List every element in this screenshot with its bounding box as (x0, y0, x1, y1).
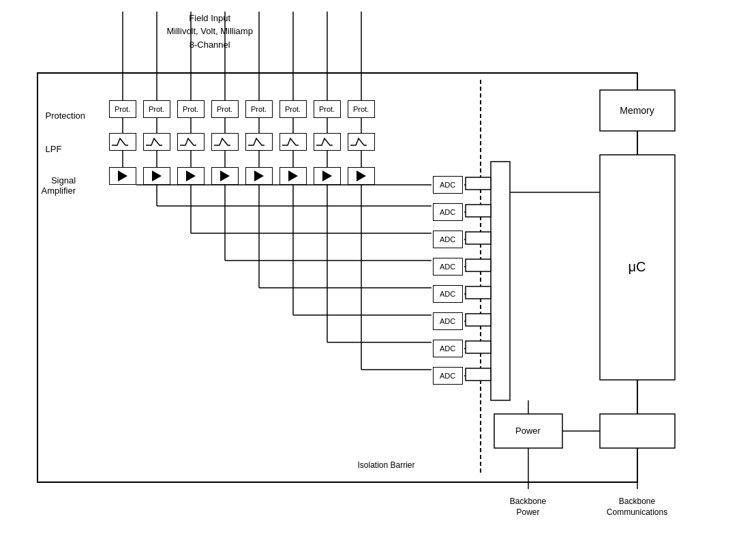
wiring-svg (17, 12, 740, 523)
lpf-label: LPF (46, 144, 62, 154)
amp-box-1 (109, 167, 136, 185)
svg-rect-45 (466, 259, 491, 271)
amplifier-triangle-7 (322, 170, 332, 181)
adc-box-3: ADC (433, 231, 463, 248)
adc-box-4: ADC (433, 258, 463, 276)
amp-box-6 (279, 167, 307, 185)
prot-box-8: Prot. (348, 100, 375, 118)
header-line3: 8-Channel (167, 38, 253, 52)
svg-rect-49 (466, 368, 491, 381)
prot-box-5: Prot. (245, 100, 273, 118)
lpf-box-6 (279, 133, 307, 151)
uc-label: μC (600, 155, 675, 380)
amplifier-triangle-6 (288, 170, 298, 181)
field-input-label: Field Input Millivolt, Volt, Milliamp 8-… (167, 12, 253, 52)
header-line2: Millivolt, Volt, Milliamp (167, 25, 253, 38)
prot-box-1: Prot. (109, 100, 136, 118)
amp-box-3 (177, 167, 205, 185)
lpf-box-7 (314, 133, 341, 151)
amp-box-8 (348, 167, 375, 185)
prot-box-3: Prot. (177, 100, 205, 118)
svg-rect-61 (600, 414, 675, 448)
lpf-box-4 (211, 133, 239, 151)
adc-box-1: ADC (433, 176, 463, 194)
lpf-box-1 (109, 133, 136, 151)
backbone-comms-label: Backbone Communications (600, 496, 675, 519)
isolation-barrier-label: Isolation Barrier (358, 460, 415, 470)
prot-box-2: Prot. (143, 100, 170, 118)
amp-box-4 (211, 167, 239, 185)
protection-label: Protection (46, 110, 86, 121)
lpf-box-3 (177, 133, 205, 151)
svg-rect-43 (466, 205, 491, 217)
amp-box-5 (245, 167, 273, 185)
prot-box-7: Prot. (314, 100, 341, 118)
adc-box-6: ADC (433, 312, 463, 330)
adc-box-7: ADC (433, 340, 463, 357)
lpf-box-5 (245, 133, 273, 151)
lpf-box-8 (348, 133, 375, 151)
svg-rect-47 (466, 314, 491, 326)
memory-label: Memory (600, 90, 675, 131)
svg-rect-42 (466, 177, 491, 190)
signal-amplifier-label: SignalAmplifier (42, 175, 76, 196)
amplifier-triangle-1 (118, 170, 127, 181)
svg-rect-60 (494, 414, 562, 448)
amp-box-2 (143, 167, 170, 185)
adc-box-5: ADC (433, 285, 463, 303)
adc-box-8: ADC (433, 367, 463, 385)
prot-box-4: Prot. (211, 100, 239, 118)
svg-rect-44 (466, 232, 491, 244)
header-line1: Field Input (167, 12, 253, 25)
amplifier-triangle-3 (186, 170, 196, 181)
amplifier-triangle-4 (220, 170, 230, 181)
power-label: Power (494, 414, 562, 448)
amplifier-triangle-8 (357, 170, 366, 181)
prot-box-6: Prot. (279, 100, 307, 118)
svg-rect-62 (600, 90, 675, 131)
adc-box-2: ADC (433, 203, 463, 221)
amplifier-triangle-2 (152, 170, 162, 181)
svg-rect-48 (466, 341, 491, 353)
lpf-box-2 (143, 133, 170, 151)
svg-rect-41 (491, 162, 510, 400)
backbone-power-label: Backbone Power (494, 496, 562, 519)
amplifier-triangle-5 (254, 170, 264, 181)
svg-rect-46 (466, 286, 491, 299)
diagram-container: Field Input Millivolt, Volt, Milliamp 8-… (17, 12, 740, 523)
svg-rect-63 (600, 155, 675, 380)
amp-box-7 (314, 167, 341, 185)
